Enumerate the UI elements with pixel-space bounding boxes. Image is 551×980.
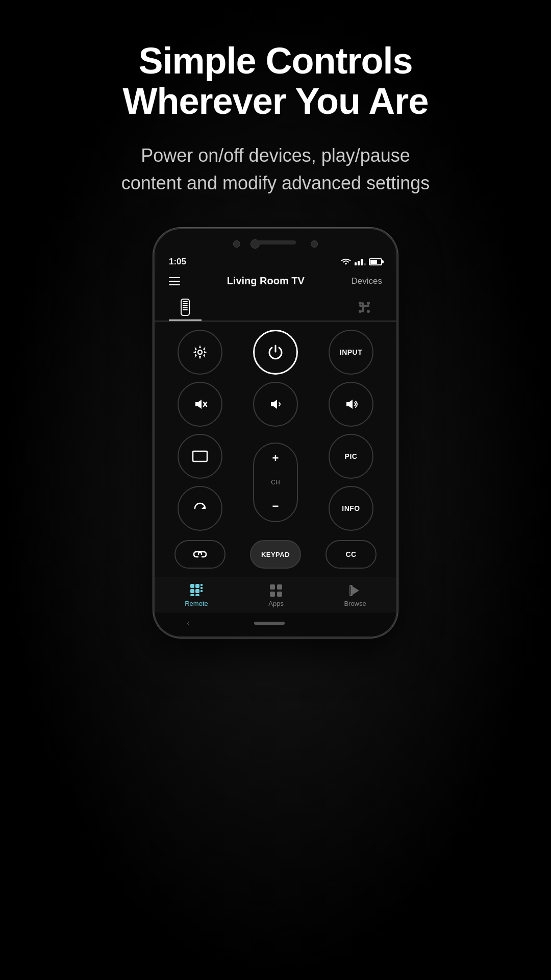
vol-up-icon bbox=[343, 397, 359, 412]
ch-label: CH bbox=[271, 479, 280, 486]
input-button[interactable]: INPUT bbox=[329, 330, 373, 375]
mute-icon bbox=[192, 397, 208, 412]
svg-rect-29 bbox=[201, 590, 203, 592]
svg-rect-4 bbox=[183, 305, 188, 306]
status-bar: 1:05 bbox=[155, 251, 396, 271]
svg-rect-23 bbox=[190, 589, 194, 593]
svg-rect-22 bbox=[195, 584, 199, 588]
input-label: INPUT bbox=[340, 348, 363, 356]
svg-rect-5 bbox=[183, 307, 188, 308]
refresh-button[interactable] bbox=[178, 486, 222, 531]
pic-button[interactable]: PIC bbox=[329, 434, 373, 479]
svg-rect-21 bbox=[190, 584, 194, 588]
signal-icon bbox=[355, 259, 366, 265]
devices-button[interactable]: Devices bbox=[352, 276, 382, 286]
remote-body: INPUT bbox=[155, 322, 396, 577]
gamepad-icon bbox=[357, 300, 372, 315]
svg-rect-24 bbox=[195, 589, 199, 593]
mute-button[interactable] bbox=[178, 382, 222, 427]
phone-top-area bbox=[155, 229, 396, 251]
camera-left bbox=[233, 240, 240, 248]
hero-section: Simple Controls Wherever You Are Power o… bbox=[81, 0, 470, 217]
svg-rect-2 bbox=[183, 301, 188, 302]
tab-bar bbox=[155, 293, 396, 321]
android-back-button[interactable]: ‹ bbox=[187, 618, 190, 628]
link-icon bbox=[192, 549, 208, 559]
link-button[interactable] bbox=[174, 540, 226, 569]
svg-point-13 bbox=[198, 350, 202, 354]
ch-up-label: + bbox=[272, 452, 279, 465]
svg-rect-31 bbox=[277, 584, 282, 590]
row-3: + CH − PIC INFO bbox=[165, 434, 386, 531]
vol-down-button[interactable] bbox=[253, 382, 298, 427]
android-home-button[interactable] bbox=[254, 622, 285, 625]
nav-browse[interactable]: Browse bbox=[344, 583, 366, 607]
svg-marker-20 bbox=[202, 505, 205, 509]
svg-rect-6 bbox=[183, 309, 188, 310]
app-header: Living Room TV Devices bbox=[155, 271, 396, 293]
power-button[interactable] bbox=[253, 330, 298, 375]
wifi-icon bbox=[340, 258, 352, 266]
nav-remote-label: Remote bbox=[185, 600, 208, 607]
app-title: Living Room TV bbox=[227, 275, 305, 287]
keypad-button[interactable]: KEYPAD bbox=[250, 540, 301, 569]
svg-point-11 bbox=[359, 310, 362, 313]
nav-browse-label: Browse bbox=[344, 600, 366, 607]
settings-button[interactable] bbox=[178, 330, 222, 375]
speaker-bar bbox=[255, 240, 296, 244]
nav-remote[interactable]: Remote bbox=[185, 583, 208, 607]
svg-rect-25 bbox=[190, 594, 194, 596]
power-icon bbox=[267, 344, 284, 361]
aspect-button[interactable] bbox=[178, 434, 222, 479]
svg-marker-17 bbox=[271, 400, 277, 409]
android-nav: ‹ bbox=[155, 612, 396, 636]
camera-right bbox=[311, 240, 318, 248]
svg-marker-18 bbox=[346, 400, 353, 409]
remote-tab-icon bbox=[179, 298, 191, 316]
svg-marker-14 bbox=[195, 400, 202, 409]
status-icons bbox=[340, 258, 382, 266]
refresh-icon bbox=[192, 501, 208, 516]
vol-up-button[interactable] bbox=[329, 382, 373, 427]
row-4: KEYPAD CC bbox=[165, 540, 386, 569]
svg-rect-32 bbox=[270, 592, 275, 597]
pic-label: PIC bbox=[345, 452, 358, 460]
tab-gamepad[interactable] bbox=[346, 295, 382, 319]
row-1: INPUT bbox=[165, 330, 386, 375]
svg-rect-27 bbox=[201, 584, 203, 586]
row-2 bbox=[165, 382, 386, 427]
nav-apps-label: Apps bbox=[268, 600, 284, 607]
phone-mockup-wrapper: 1:05 bbox=[0, 217, 551, 658]
cc-button[interactable]: CC bbox=[325, 540, 377, 569]
svg-marker-0 bbox=[345, 263, 347, 265]
hero-title: Simple Controls Wherever You Are bbox=[121, 41, 430, 121]
nav-apps[interactable]: Apps bbox=[268, 583, 284, 607]
svg-rect-19 bbox=[193, 451, 207, 461]
tab-remote[interactable] bbox=[169, 293, 202, 321]
svg-rect-7 bbox=[362, 302, 364, 312]
cc-label: CC bbox=[345, 550, 356, 558]
ch-down-label: − bbox=[272, 500, 279, 513]
svg-rect-33 bbox=[277, 592, 282, 597]
svg-rect-28 bbox=[201, 587, 203, 589]
aspect-icon bbox=[192, 450, 208, 462]
vol-down-icon bbox=[268, 397, 283, 412]
info-label: INFO bbox=[342, 504, 360, 512]
svg-rect-30 bbox=[270, 584, 275, 590]
svg-point-12 bbox=[367, 310, 370, 313]
channel-button[interactable]: + CH − bbox=[253, 443, 298, 522]
phone-frame: 1:05 bbox=[153, 228, 398, 638]
browse-nav-icon bbox=[348, 583, 362, 598]
settings-icon bbox=[192, 344, 208, 360]
info-button[interactable]: INFO bbox=[329, 486, 373, 531]
keypad-label: KEYPAD bbox=[261, 551, 290, 558]
svg-rect-26 bbox=[195, 594, 199, 596]
hero-subtitle: Power on/off devices, play/pause content… bbox=[121, 142, 430, 197]
svg-rect-3 bbox=[183, 303, 188, 304]
battery-icon bbox=[369, 258, 382, 265]
remote-nav-icon bbox=[189, 583, 204, 598]
status-time: 1:05 bbox=[169, 257, 186, 267]
menu-button[interactable] bbox=[169, 277, 180, 285]
bottom-nav: Remote Apps Browse bbox=[155, 577, 396, 612]
svg-rect-8 bbox=[359, 305, 369, 307]
